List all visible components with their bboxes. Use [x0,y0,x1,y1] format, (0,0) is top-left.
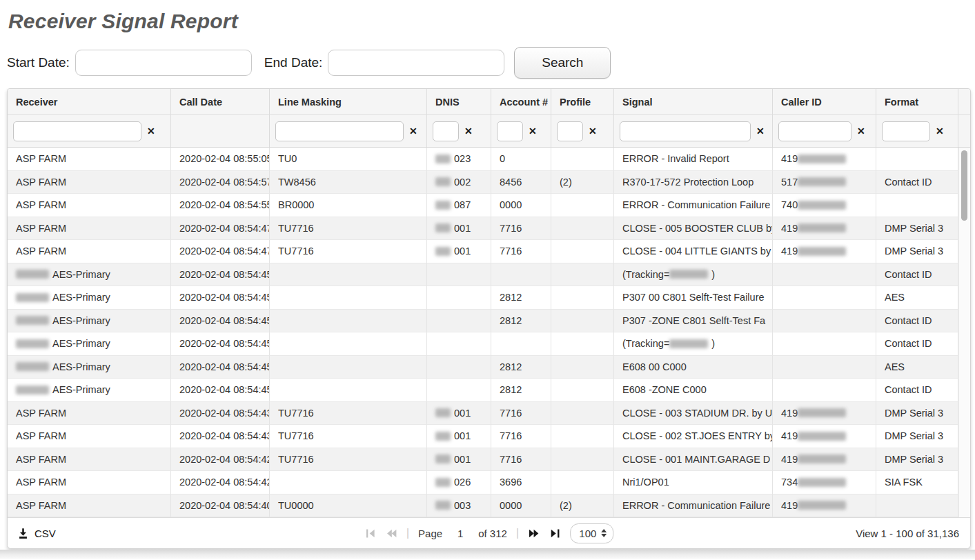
spinner-icons [601,529,607,537]
filter-input-format[interactable] [882,121,930,141]
table-row[interactable]: AES-Primary2020-02-04 08:54:45(Tracking=… [8,332,970,356]
cell-text: CLOSE - 001 MAINT.GARAGE D [622,454,770,465]
page-size-select[interactable]: 100 [570,523,613,543]
cell-text: DMP Serial 3 [885,408,943,419]
cell-text: TU0 [278,153,297,164]
filter-clear-profile[interactable]: ✕ [589,126,597,136]
cell-profile [551,379,614,402]
start-date-input[interactable] [75,50,252,76]
cell-text: DMP Serial 3 [885,454,943,465]
cell-dnis: 001 [427,217,491,241]
cell-call_date: 2020-02-04 08:54:45 [171,310,270,333]
filter-input-caller_id[interactable] [778,121,851,141]
column-header-profile[interactable]: Profile [551,89,614,114]
filter-cell-call_date [171,115,270,147]
redacted-text [669,339,708,348]
table-row[interactable]: AES-Primary2020-02-04 08:54:452812P307 0… [8,286,970,310]
filter-clear-line_masking[interactable]: ✕ [409,126,417,136]
last-page-icon [549,528,561,539]
redacted-text [798,408,846,417]
cell-caller_id: 419 [773,240,876,263]
search-button[interactable]: Search [514,47,611,79]
filter-clear-signal[interactable]: ✕ [756,126,765,136]
cell-text: 023 [454,153,471,164]
cell-text: TU7716 [278,408,314,419]
cell-receiver: AES-Primary [8,332,171,356]
csv-export-button[interactable]: CSV [17,528,56,539]
csv-label: CSV [35,528,56,539]
cell-caller_id: 517 [773,171,876,194]
table-row[interactable]: ASP FARM2020-02-04 08:54:47TU77160017716… [8,240,970,263]
page-number-input[interactable]: 1 [451,528,469,539]
cell-text: P307 00 C801 Selft-Test Failure [622,292,765,303]
table-row[interactable]: ASP FARM2020-02-04 08:54:55BR00000870000… [8,194,970,217]
filter-clear-format[interactable]: ✕ [936,126,944,136]
column-header-dnis[interactable]: DNIS [427,89,491,114]
cell-signal: P307 -ZONE C801 Selft-Test Fa [614,310,773,333]
vertical-scrollbar-track[interactable] [958,148,970,517]
cell-text: ASP FARM [16,454,66,465]
cell-profile [551,356,614,379]
filter-input-line_masking[interactable] [275,121,404,141]
filter-row: ✕✕✕✕✕✕✕✕ [8,114,970,148]
cell-receiver: AES-Primary [8,310,171,333]
next-page-button[interactable] [528,528,540,539]
table-row[interactable]: ASP FARM2020-02-04 08:54:420263696Nri1/O… [8,471,970,494]
cell-text: 2020-02-04 08:54:45 [179,384,270,395]
cell-text: AES-Primary [52,292,110,303]
cell-text: 7716 [500,246,522,257]
table-row[interactable]: ASP FARM2020-02-04 08:54:43TU77160017716… [8,402,970,426]
table-row[interactable]: ASP FARM2020-02-04 08:54:40TU00000030000… [8,494,970,518]
column-header-account[interactable]: Account # [491,89,551,114]
cell-text: 419 [781,408,798,419]
cell-text: 419 [781,153,798,164]
redacted-text [435,177,451,186]
cell-receiver: ASP FARM [8,217,171,241]
table-row[interactable]: ASP FARM2020-02-04 08:54:57TW84560028456… [8,171,970,194]
cell-text: AES-Primary [52,361,110,372]
filter-input-dnis[interactable] [433,121,459,141]
cell-text: ASP FARM [16,408,66,419]
cell-line_masking: TU0 [270,148,427,171]
filter-input-receiver[interactable] [13,121,141,141]
cell-caller_id [773,286,876,310]
column-header-receiver[interactable]: Receiver [8,89,171,114]
table-row[interactable]: AES-Primary2020-02-04 08:54:452812E608 -… [8,379,970,402]
column-header-signal[interactable]: Signal [614,89,773,114]
first-page-button[interactable] [364,528,376,539]
cell-text: AES [885,292,905,303]
table-row[interactable]: AES-Primary2020-02-04 08:54:45(Tracking=… [8,263,970,287]
cell-receiver: ASP FARM [8,448,171,472]
table-row[interactable]: AES-Primary2020-02-04 08:54:452812P307 -… [8,310,970,333]
filter-clear-account[interactable]: ✕ [529,126,537,136]
cell-caller_id [773,310,876,333]
end-date-input[interactable] [328,50,504,76]
table-row[interactable]: ASP FARM2020-02-04 08:54:47TU77160017716… [8,217,970,241]
redacted-text [435,432,451,441]
cell-line_masking [270,263,427,287]
column-header-caller_id[interactable]: Caller ID [773,89,876,114]
prev-page-button[interactable] [385,528,397,539]
table-row[interactable]: ASP FARM2020-02-04 08:54:42TU77160017716… [8,448,970,472]
filter-clear-caller_id[interactable]: ✕ [857,126,865,136]
redacted-text [669,270,708,279]
vertical-scrollbar-thumb[interactable] [961,150,967,221]
filter-clear-dnis[interactable]: ✕ [464,126,473,136]
cell-text: AES-Primary [52,384,110,395]
table-row[interactable]: AES-Primary2020-02-04 08:54:452812E608 0… [8,356,970,379]
last-page-button[interactable] [549,528,561,539]
cell-call_date: 2020-02-04 08:54:40 [171,494,270,518]
column-header-line_masking[interactable]: Line Masking [270,89,427,114]
cell-call_date: 2020-02-04 08:54:45 [171,286,270,310]
filter-input-signal[interactable] [620,121,751,141]
cell-signal: E608 00 C000 [614,356,773,379]
table-row[interactable]: ASP FARM2020-02-04 08:55:05TU00230ERROR … [8,148,970,171]
column-header-call_date[interactable]: Call Date [171,89,270,114]
filter-clear-receiver[interactable]: ✕ [147,126,155,136]
table-row[interactable]: ASP FARM2020-02-04 08:54:43TU77160017716… [8,425,970,448]
column-header-format[interactable]: Format [876,89,958,114]
filter-input-account[interactable] [497,121,523,141]
cell-format: DMP Serial 3 [876,240,958,263]
filter-input-profile[interactable] [557,121,583,141]
cell-line_masking [270,332,427,356]
